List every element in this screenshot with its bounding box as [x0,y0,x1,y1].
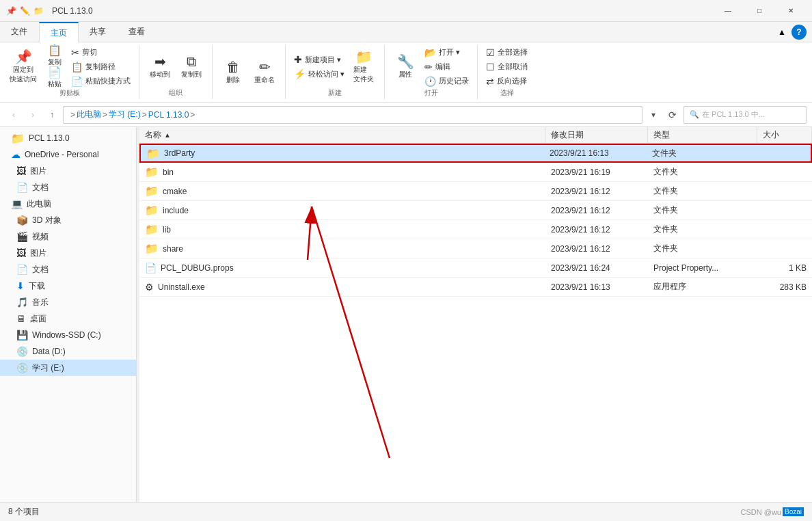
new-item-icon: ✚ [294,54,302,65]
file-date-share: 2023/9/21 16:12 [551,244,610,254]
ribbon-arrow-up[interactable]: ▲ [778,27,786,37]
paste-shortcut-button[interactable]: 📄 粘贴快捷方式 [68,75,133,88]
ribbon-group-organize: ➡ 移动到 ⧉ 复制到 组织 [139,45,213,99]
up-button[interactable]: ↑ [44,107,60,123]
file-row-cmake[interactable]: 📁 cmake 2023/9/21 16:12 文件夹 [139,182,812,201]
tab-file[interactable]: 文件 [0,22,39,42]
path-thispc[interactable]: 此电脑 [77,109,101,120]
sidebar-item-music[interactable]: 🎵 音乐 [0,294,136,310]
history-button[interactable]: 🕐 历史记录 [422,75,472,88]
paste-button[interactable]: 📄 粘贴 [42,68,67,88]
new-small-btns: ✚ 新建项目 ▾ ⚡ 轻松访问 ▾ [291,53,347,81]
maximize-button[interactable]: □ [744,0,775,22]
file-cell-cmake-date: 2023/9/21 16:12 [545,182,648,200]
delete-button[interactable]: 🗑 删除 [218,52,248,93]
sidebar-item-study-e[interactable]: 💿 学习 (E:) [0,360,136,376]
paste-icon: 📄 [48,67,62,78]
dropdown-button[interactable]: ▾ [645,107,662,123]
file-row-props[interactable]: 📄 PCL_DUBUG.props 2023/9/21 16:24 Projec… [139,258,812,278]
tab-view[interactable]: 查看 [118,22,157,42]
forward-button[interactable]: › [25,107,41,123]
col-header-type[interactable]: 类型 [648,127,757,143]
file-cell-uninstall-size: 283 KB [757,278,812,296]
sidebar-item-downloads[interactable]: ⬇ 下载 [0,278,136,294]
file-row-lib[interactable]: 📁 lib 2023/9/21 16:12 文件夹 [139,220,812,239]
sidebar-item-onedrive[interactable]: ☁ OneDrive - Personal [0,146,136,163]
edit-label: 编辑 [435,62,450,72]
pin-to-quickaccess-button[interactable]: 📌 固定到快速访问 [5,46,41,88]
file-row-3rdparty[interactable]: 📁 3rdParty 2023/9/21 16:13 文件夹 [139,144,812,163]
close-button[interactable]: ✕ [775,0,807,22]
cut-button[interactable]: ✂ 剪切 [68,46,133,59]
new-folder-button[interactable]: 📁 新建文件夹 [349,46,379,88]
sidebar-item-data-d[interactable]: 💿 Data (D:) [0,343,136,360]
file-row-include[interactable]: 📁 include 2023/9/21 16:12 文件夹 [139,201,812,220]
path-pcl[interactable]: PCL 1.13.0 [148,110,189,120]
copy-button[interactable]: 📋 复制 [42,46,67,66]
col-header-size[interactable]: 大小 [757,127,812,143]
organize-content: ➡ 移动到 ⧉ 复制到 [145,45,206,88]
rename-button[interactable]: ✏ 重命名 [249,52,280,93]
title-bar-icons: 📌 ✏️ 📁 [5,5,44,16]
moveto-button[interactable]: ➡ 移动到 [145,46,175,88]
edit-icon: ✏ [424,62,433,72]
sidebar-item-desktop[interactable]: 🖥 桌面 [0,310,136,327]
file-size-uninstall: 283 KB [780,282,807,292]
edit-icon: ✏️ [19,5,30,16]
copyto-button[interactable]: ⧉ 复制到 [176,46,206,88]
properties-button[interactable]: 🔧 属性 [390,46,420,88]
file-name-bin: bin [163,168,174,177]
sidebar-thispc-label: 此电脑 [27,198,51,210]
open-button[interactable]: 📂 打开 ▾ [422,46,472,59]
back-button[interactable]: ‹ [5,107,22,123]
col-header-name[interactable]: 名称 ▲ [139,127,545,143]
paste-shortcut-icon: 📄 [71,76,83,87]
easy-access-button[interactable]: ⚡ 轻松访问 ▾ [291,67,347,81]
sidebar-item-documents[interactable]: 📄 文档 [0,261,136,278]
sidebar-music-label: 音乐 [32,297,49,308]
file-row-uninstall[interactable]: ⚙ Uninstall.exe 2023/9/21 16:13 应用程序 283… [139,278,812,297]
file-type-share: 文件夹 [653,243,678,254]
sidebar-item-pictures[interactable]: 🖼 图片 [0,245,136,261]
deselect-all-button[interactable]: ☐ 全部取消 [483,60,530,74]
properties-label: 属性 [398,70,412,79]
sidebar-item-pcl[interactable]: 📁 PCL 1.13.0 [0,130,136,146]
open-small-btns: 📂 打开 ▾ ✏ 编辑 🕐 历史记录 [422,46,472,88]
path-study-e[interactable]: 学习 (E:) [109,109,141,120]
sidebar-data-d-label: Data (D:) [32,347,66,356]
col-header-date[interactable]: 修改日期 [545,127,648,143]
help-icon[interactable]: ? [791,25,807,40]
sidebar-item-windows-ssd[interactable]: 💾 Windows-SSD (C:) [0,327,136,343]
file-cell-share-name: 📁 share [139,239,545,258]
rename-label: 重命名 [254,75,275,85]
csdn-watermark: CSDN @wu Bozai [741,507,804,516]
sidebar-study-e-label: 学习 (E:) [32,362,64,374]
file-type-3rdparty: 文件夹 [652,148,677,159]
sidebar-pictures-user-label: 图片 [30,165,46,177]
minimize-button[interactable]: — [712,0,744,22]
sidebar-item-thispc[interactable]: 💻 此电脑 [0,196,136,212]
new-item-button[interactable]: ✚ 新建项目 ▾ [291,53,347,66]
history-label: 历史记录 [439,76,469,86]
address-path[interactable]: > 此电脑 > 学习 (E:) > PCL 1.13.0 > [63,106,642,124]
copy-path-button[interactable]: 📋 复制路径 [68,60,133,74]
sidebar-item-3dobjects[interactable]: 📦 3D 对象 [0,212,136,228]
file-row-bin[interactable]: 📁 bin 2023/9/21 16:19 文件夹 [139,163,812,182]
invert-select-button[interactable]: ⇄ 反向选择 [483,75,530,88]
select-all-button[interactable]: ☑ 全部选择 [483,46,530,59]
file-row-share[interactable]: 📁 share 2023/9/21 16:12 文件夹 [139,239,812,258]
tab-home[interactable]: 主页 [39,22,79,42]
search-box[interactable]: 🔍 在 PCL 1.13.0 中... [684,106,807,124]
sidebar-item-docs-user[interactable]: 📄 文档 [0,179,136,196]
refresh-button[interactable]: ⟳ [664,107,681,123]
sidebar-item-videos[interactable]: 🎬 视频 [0,228,136,245]
tab-share[interactable]: 共享 [79,22,118,42]
ribbon-hide-area: ▲ ? [772,22,812,42]
sidebar-pictures-icon: 🖼 [16,248,26,258]
sidebar-desktop-icon: 🖥 [16,313,26,324]
edit-button[interactable]: ✏ 编辑 [422,60,472,74]
sidebar-item-pictures-user[interactable]: 🖼 图片 [0,163,136,179]
sidebar-docs-user-icon: 📄 [16,182,28,193]
path-separator-2: > [142,110,147,120]
item-count: 8 个项目 [8,506,40,518]
